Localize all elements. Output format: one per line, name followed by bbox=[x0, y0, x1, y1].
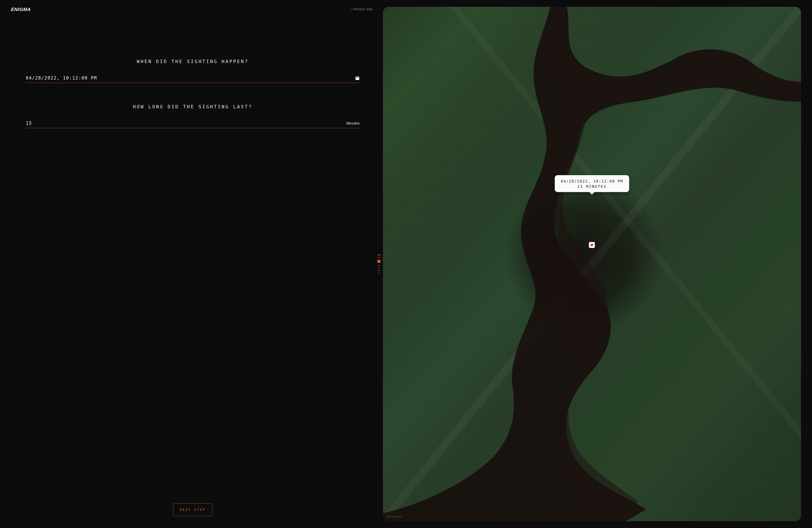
top-bar: ENIGMA ↑ Previous Step bbox=[11, 7, 375, 12]
map-river bbox=[383, 7, 801, 521]
duration-input[interactable] bbox=[26, 121, 344, 126]
step-tick[interactable] bbox=[377, 265, 380, 266]
step-tick[interactable] bbox=[377, 273, 380, 273]
previous-step-label: Previous Step bbox=[353, 7, 373, 11]
app-root: ENIGMA ↑ Previous Step WHEN DID THE SIGH… bbox=[0, 0, 812, 528]
next-button-row: NEXT STEP bbox=[26, 503, 360, 521]
map-marker[interactable] bbox=[589, 242, 595, 248]
tooltip-datetime: 04/28/2022, 10:12:00 PM bbox=[561, 179, 623, 183]
question-duration-label: HOW LONG DID THE SIGHTING LAST? bbox=[26, 104, 360, 109]
map-panel[interactable]: 04/28/2022, 10:12:00 PM 15 MINUTES Mapbo… bbox=[383, 7, 801, 521]
step-tick[interactable] bbox=[377, 255, 380, 255]
form-area: WHEN DID THE SIGHTING HAPPEN? HOW LONG D… bbox=[11, 12, 375, 521]
duration-unit-label: Minutes bbox=[344, 121, 360, 126]
tooltip-duration: 15 MINUTES bbox=[561, 184, 623, 189]
brand-logo: ENIGMA bbox=[11, 7, 31, 12]
next-step-button[interactable]: NEXT STEP bbox=[173, 503, 212, 516]
marker-icon bbox=[590, 243, 594, 247]
svg-rect-1 bbox=[356, 77, 359, 78]
datetime-input[interactable] bbox=[26, 75, 352, 81]
arrow-up-icon: ↑ bbox=[351, 8, 352, 11]
duration-field[interactable]: Minutes bbox=[26, 121, 360, 128]
form-panel: ENIGMA ↑ Previous Step WHEN DID THE SIGH… bbox=[11, 7, 375, 521]
question-duration-block: HOW LONG DID THE SIGHTING LAST? Minutes bbox=[26, 104, 360, 128]
calendar-icon[interactable] bbox=[355, 76, 360, 81]
step-tick[interactable] bbox=[377, 270, 380, 271]
step-tick[interactable] bbox=[377, 260, 380, 263]
map-attribution-label: Mapbox bbox=[391, 515, 402, 518]
step-tick[interactable] bbox=[377, 268, 380, 268]
map-tooltip: 04/28/2022, 10:12:00 PM 15 MINUTES bbox=[555, 175, 629, 192]
question-when-label: WHEN DID THE SIGHTING HAPPEN? bbox=[26, 59, 360, 64]
datetime-field[interactable] bbox=[26, 75, 360, 83]
step-tick[interactable] bbox=[377, 257, 380, 258]
globe-icon bbox=[387, 515, 390, 518]
map-attribution: Mapbox bbox=[387, 515, 402, 518]
step-indicator bbox=[377, 255, 380, 273]
previous-step-button[interactable]: ↑ Previous Step bbox=[351, 7, 373, 11]
